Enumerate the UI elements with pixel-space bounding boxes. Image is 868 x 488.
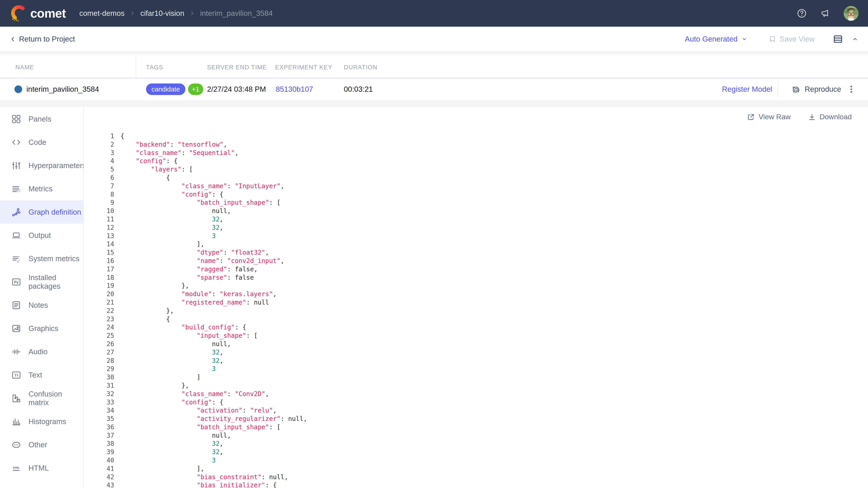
sidebar-item-other[interactable]: Other	[0, 433, 83, 456]
announcements-icon[interactable]	[820, 8, 831, 19]
reproduce-button[interactable]: Reproduce	[791, 84, 841, 94]
sidebar-item-graph-definition[interactable]: Graph definition	[0, 200, 83, 224]
code-line: 42 "bias_constraint": null,	[84, 473, 868, 482]
chevron-down-icon	[741, 36, 747, 42]
code-line: 38 32,	[84, 440, 868, 448]
comet-logo-icon[interactable]	[9, 4, 27, 22]
sidebar-item-system-metrics[interactable]: System metrics	[0, 247, 83, 270]
sidebar-item-confusion-matrix[interactable]: Confusion matrix	[0, 387, 83, 410]
sidebar-item-code[interactable]: Code	[0, 131, 83, 154]
code-line: 4 "config": {	[84, 157, 868, 165]
code-line: 27 32,	[84, 348, 868, 357]
line-number: 16	[84, 257, 114, 265]
chevron-up-icon[interactable]	[852, 36, 859, 42]
code-line: 43 "bias_initializer": {	[84, 481, 868, 488]
code-line: 15 "dtype": "float32",	[84, 249, 868, 257]
column-header-experiment-key: EXPERIMENT KEY	[275, 64, 332, 71]
brand-text: comet	[30, 6, 66, 21]
line-number: 30	[84, 373, 114, 382]
user-avatar[interactable]	[844, 6, 859, 21]
code-line: 33 "config": {	[84, 398, 868, 407]
code-line: 11 32,	[84, 215, 868, 224]
breadcrumb-item[interactable]: comet-demos	[79, 9, 125, 18]
sidebar-item-graphics[interactable]: Graphics	[0, 317, 83, 340]
graph-definition-icon	[11, 207, 21, 217]
code-line: 24 "build_config": {	[84, 323, 868, 332]
line-number: 37	[84, 431, 114, 440]
subnav: Return to Project Auto Generated Save Vi…	[0, 27, 868, 51]
experiment-name[interactable]: interim_pavilion_3584	[26, 85, 99, 94]
tag-more-count[interactable]: +1	[188, 84, 203, 95]
save-view-label: Save View	[780, 35, 815, 43]
code-line: 12 32,	[84, 224, 868, 232]
line-number: 36	[84, 423, 114, 431]
line-number: 39	[84, 448, 114, 456]
line-number: 42	[84, 473, 114, 482]
code-line: 32 "class_name": "Conv2D",	[84, 390, 868, 398]
sidebar-item-html[interactable]: HTMLHTML	[0, 456, 83, 480]
duration: 00:03:21	[344, 85, 373, 94]
line-number: 13	[84, 232, 114, 240]
column-header-tags: TAGS	[146, 64, 163, 71]
code-line: 20 "module": "keras.layers",	[84, 290, 868, 298]
code-viewer: 1{2 "backend": "tensorflow",3 "class_nam…	[84, 132, 868, 488]
sidebar-item-metrics[interactable]: Metrics	[0, 177, 83, 200]
sidebar-item-histograms[interactable]: Histograms	[0, 410, 83, 433]
line-number: 5	[84, 165, 114, 174]
code-line: 36 "batch_input_shape": [	[84, 423, 868, 431]
breadcrumb-separator-icon	[189, 10, 195, 16]
code-line: 8 "config": {	[84, 191, 868, 199]
svg-text:Tt: Tt	[14, 373, 18, 377]
register-model-link[interactable]: Register Model	[722, 85, 772, 94]
sidebar-item-label: Text	[29, 371, 42, 379]
code-line: 17 "ragged": false,	[84, 265, 868, 273]
view-raw-button[interactable]: View Raw	[747, 113, 791, 121]
sidebar-item-label: Metrics	[29, 185, 53, 193]
sidebar-item-hyperparameters[interactable]: Hyperparameters	[0, 154, 83, 177]
server-end-time: 2/27/24 03:48 PM	[207, 85, 266, 94]
sidebar-item-text[interactable]: TtText	[0, 363, 83, 387]
sidebar-item-label: Graphics	[29, 324, 58, 333]
code-line: 13 3	[84, 232, 868, 240]
help-icon[interactable]	[797, 8, 807, 19]
section-divider	[0, 100, 868, 107]
breadcrumb-separator-icon	[129, 10, 135, 16]
sidebar-item-notes[interactable]: Notes	[0, 293, 83, 317]
other-icon	[11, 440, 21, 450]
code-line: 34 "activation": "relu",	[84, 406, 868, 415]
line-number: 18	[84, 273, 114, 282]
download-button[interactable]: Download	[808, 113, 852, 121]
sidebar-item-installed-packages[interactable]: PyInstalled packages	[0, 270, 83, 293]
return-to-project-label: Return to Project	[19, 35, 75, 43]
experiment-key-link[interactable]: 85130b107	[276, 85, 313, 94]
line-number: 34	[84, 406, 114, 415]
code-line: 6 {	[84, 174, 868, 182]
column-divider	[135, 57, 136, 78]
code-line: 23 {	[84, 315, 868, 324]
return-to-project-button[interactable]: Return to Project	[9, 35, 75, 43]
row-menu-kebab-icon[interactable]	[847, 85, 856, 94]
tag-candidate[interactable]: candidate	[146, 84, 185, 95]
svg-text:Py: Py	[14, 280, 19, 284]
shadow-divider	[0, 51, 868, 57]
panels-icon	[11, 114, 21, 124]
sidebar-item-output[interactable]: Output	[0, 224, 83, 247]
line-number: 3	[84, 149, 114, 157]
code-line: 29 3	[84, 365, 868, 373]
sidebar-item-panels[interactable]: Panels	[0, 107, 83, 131]
code-line: 14 ],	[84, 240, 868, 249]
sidebar-item-label: Histograms	[29, 417, 66, 426]
view-selector-dropdown[interactable]: Auto Generated	[685, 35, 747, 43]
table-view-icon[interactable]	[833, 34, 843, 44]
line-number: 19	[84, 282, 114, 290]
line-number: 29	[84, 365, 114, 373]
sidebar-item-label: Notes	[29, 301, 48, 310]
line-number: 8	[84, 191, 114, 199]
breadcrumb-item[interactable]: cifar10-vision	[141, 9, 184, 18]
code-line: 18 "sparse": false	[84, 273, 868, 282]
sidebar-item-audio[interactable]: Audio	[0, 340, 83, 363]
save-view-button[interactable]: Save View	[768, 35, 815, 43]
graphics-icon	[11, 324, 21, 333]
code-line: 10 null,	[84, 207, 868, 215]
tag-list: candidate +1	[146, 84, 203, 95]
